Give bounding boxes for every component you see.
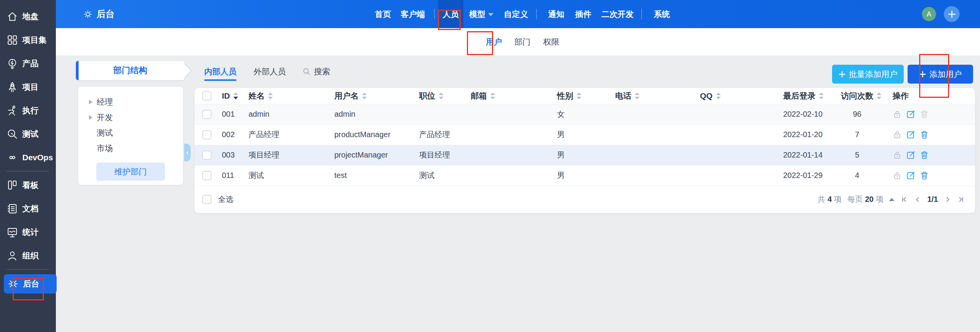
rocket-icon: [7, 81, 18, 93]
table-row[interactable]: 011 测试 test 测试 男 2022-01-29 4: [195, 165, 975, 186]
sidebar-divider: [7, 171, 49, 171]
menu-divider: [434, 9, 435, 19]
column-id[interactable]: ID: [212, 88, 239, 104]
sidebar-item-execution[interactable]: 执行: [0, 99, 56, 122]
sidebar-item-program[interactable]: 项目集: [0, 28, 56, 52]
sort-icon[interactable]: [490, 92, 495, 99]
tab-users[interactable]: 用户: [486, 28, 502, 56]
table-row[interactable]: 003 项目经理 projectManager 项目经理 男 2022-01-1…: [195, 145, 975, 165]
row-checkbox[interactable]: [202, 151, 211, 160]
header-checkbox-cell[interactable]: [195, 88, 212, 104]
global-add-button[interactable]: [944, 6, 960, 22]
first-page-button[interactable]: [900, 196, 908, 203]
tab-search[interactable]: 搜索: [303, 63, 330, 80]
sort-icon[interactable]: [819, 92, 824, 99]
column-name[interactable]: 姓名: [239, 88, 325, 104]
column-title[interactable]: 职位: [409, 88, 461, 104]
unlock-icon[interactable]: [893, 171, 902, 180]
column-visits[interactable]: 访问次数: [831, 88, 883, 104]
edit-icon[interactable]: [906, 171, 916, 180]
sort-icon[interactable]: [635, 92, 639, 99]
column-last-login[interactable]: 最后登录: [774, 88, 831, 104]
add-user-button[interactable]: 添加用户: [908, 65, 973, 84]
sidebar-item-project[interactable]: 项目: [0, 75, 56, 99]
tab-privileges[interactable]: 权限: [543, 28, 559, 56]
sidebar-item-dashboard[interactable]: 地盘: [0, 5, 56, 28]
cell-gender: 男: [547, 124, 606, 145]
menu-item-system[interactable]: 系统: [654, 0, 670, 28]
menu-item-client[interactable]: 客户端: [401, 0, 425, 28]
sidebar-item-testing[interactable]: 测试: [0, 122, 56, 146]
unlock-icon[interactable]: [893, 109, 902, 119]
sidebar-item-admin[interactable]: 后台: [4, 274, 57, 293]
menu-item-personnel[interactable]: 人员: [438, 0, 463, 28]
search-icon: [303, 68, 310, 75]
plus-icon: [839, 71, 846, 78]
delete-icon[interactable]: [920, 171, 929, 180]
sidebar-item-org[interactable]: 组织: [0, 244, 56, 267]
sidebar-item-label: 后台: [23, 278, 39, 289]
dept-structure-header: 部门结构: [76, 61, 185, 80]
select-all-checkbox[interactable]: [202, 195, 211, 204]
menu-item-notice[interactable]: 通知: [548, 0, 564, 28]
cell-email: [461, 124, 547, 145]
sidebar-item-kanban[interactable]: 看板: [0, 173, 56, 197]
column-email[interactable]: 邮箱: [461, 88, 547, 104]
cell-phone: [606, 165, 690, 186]
row-checkbox[interactable]: [202, 130, 211, 139]
last-page-button[interactable]: [957, 196, 965, 203]
sidebar-item-product[interactable]: 产品: [0, 52, 56, 75]
sort-icon[interactable]: [577, 92, 581, 99]
column-account[interactable]: 用户名: [325, 88, 409, 104]
tab-departments[interactable]: 部门: [514, 28, 530, 56]
edit-icon[interactable]: [906, 109, 916, 119]
sidebar-divider: [7, 269, 49, 270]
tree-item-market[interactable]: 市场: [78, 141, 183, 156]
menu-item-custom[interactable]: 自定义: [504, 0, 528, 28]
batch-add-user-button[interactable]: 批量添加用户: [832, 65, 904, 84]
delete-icon[interactable]: [920, 109, 929, 119]
menu-item-model[interactable]: 模型: [469, 0, 493, 28]
delete-icon[interactable]: [920, 130, 929, 139]
tree-item-dev[interactable]: 开发: [78, 110, 183, 125]
sort-icon[interactable]: [716, 92, 721, 99]
sort-icon[interactable]: [439, 92, 443, 99]
unlock-icon[interactable]: [893, 150, 902, 160]
avatar[interactable]: A: [922, 7, 936, 21]
edit-icon[interactable]: [906, 150, 916, 160]
sort-icon[interactable]: [877, 92, 881, 99]
cell-visits: 5: [831, 145, 883, 165]
sidebar-item-label: DevOps: [22, 153, 53, 162]
next-page-button[interactable]: [944, 196, 951, 203]
table-row[interactable]: 001 admin admin 女 2022-02-10 96: [195, 104, 975, 124]
sort-icon[interactable]: [362, 92, 367, 99]
plus-icon: [948, 10, 956, 18]
menu-item-dev[interactable]: 二次开发: [601, 0, 634, 28]
tab-internal-users[interactable]: 内部人员: [204, 63, 237, 80]
sidebar-item-devops[interactable]: DevOps: [0, 146, 56, 169]
maintain-dept-button[interactable]: 维护部门: [96, 163, 165, 181]
tab-external-users[interactable]: 外部人员: [253, 63, 286, 80]
menu-item-home[interactable]: 首页: [375, 0, 391, 28]
select-all-checkbox[interactable]: [202, 91, 211, 101]
per-page-caret-icon[interactable]: [889, 198, 894, 201]
row-checkbox[interactable]: [202, 110, 211, 119]
menu-item-plugin[interactable]: 插件: [575, 0, 591, 28]
row-checkbox[interactable]: [202, 171, 211, 180]
column-phone[interactable]: 电话: [606, 88, 690, 104]
sort-icon[interactable]: [233, 92, 238, 99]
prev-page-button[interactable]: [914, 196, 921, 203]
panel-collapse-handle[interactable]: ‹: [184, 144, 191, 161]
column-qq[interactable]: QQ: [690, 88, 774, 104]
edit-icon[interactable]: [906, 130, 916, 139]
tree-item-manager[interactable]: 经理: [78, 94, 183, 110]
tree-item-test[interactable]: 测试: [78, 125, 183, 141]
delete-icon[interactable]: [920, 150, 929, 160]
sidebar-item-stats[interactable]: 统计: [0, 220, 56, 244]
sort-icon[interactable]: [268, 92, 273, 99]
table-row[interactable]: 002 产品经理 productManager 产品经理 男 2022-01-2…: [195, 124, 975, 145]
column-gender[interactable]: 性别: [547, 88, 606, 104]
sidebar-item-doc[interactable]: 文档: [0, 197, 56, 220]
cell-account: test: [325, 165, 409, 186]
unlock-icon[interactable]: [893, 130, 902, 139]
